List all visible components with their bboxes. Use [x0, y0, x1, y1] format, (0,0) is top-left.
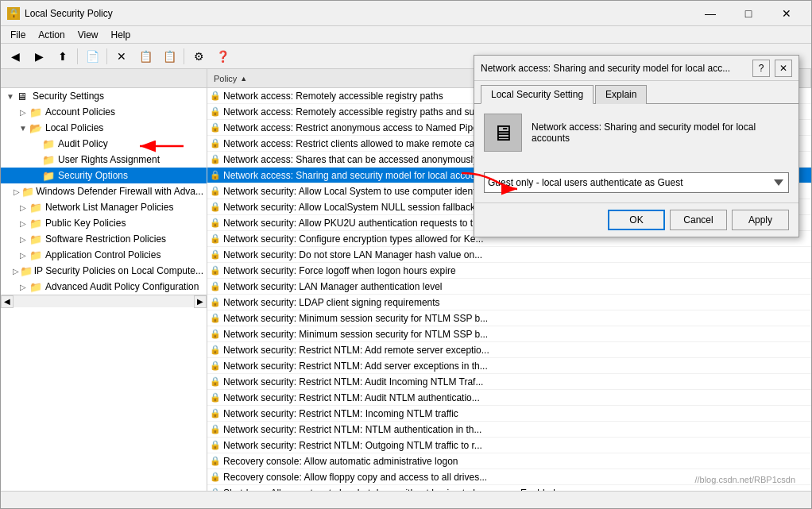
main-window: 🔒 Local Security Policy — □ ✕ File Actio… [0, 0, 812, 509]
tree-node-windows-defender[interactable]: ▷📁Windows Defender Firewall with Adva... [1, 183, 207, 199]
show-hide-button[interactable]: 📄 [81, 46, 103, 67]
list-row-icon: 🔒 [207, 91, 223, 101]
tree-node-account-policies[interactable]: ▷📁Account Policies [1, 104, 207, 120]
close-button[interactable]: ✕ [768, 1, 805, 26]
list-row-icon: 🔒 [207, 233, 223, 244]
list-row-icon: 🔒 [207, 122, 223, 133]
tree-expander-network-list[interactable]: ▷ [17, 203, 29, 212]
scroll-right-btn[interactable]: ▶ [194, 295, 207, 308]
dialog: Network access: Sharing and security mod… [474, 55, 799, 237]
dialog-close-button[interactable]: ✕ [775, 60, 792, 77]
list-row[interactable]: 🔒Network security: Restrict NTLM: Add re… [207, 342, 811, 358]
tab-explain[interactable]: Explain [595, 85, 647, 104]
list-row[interactable]: 🔒Recovery console: Allow floppy copy and… [207, 469, 811, 485]
list-row[interactable]: 🔒Network security: Restrict NTLM: Audit … [207, 390, 811, 406]
forward-button[interactable]: ▶ [28, 46, 50, 67]
list-row-icon: 🔒 [207, 424, 223, 434]
scroll-left-btn[interactable]: ◀ [1, 295, 14, 308]
window-title: Local Security Policy [25, 8, 692, 19]
title-bar-buttons: — □ ✕ [692, 1, 805, 26]
tree-icon-software-restriction: 📁 [29, 233, 44, 245]
tree-node-security-settings[interactable]: ▼🖥Security Settings [1, 88, 207, 104]
tree-node-audit-policy[interactable]: 📁Audit Policy [1, 136, 207, 152]
list-row[interactable]: 🔒Network security: Restrict NTLM: Audit … [207, 374, 811, 390]
tree-node-public-key[interactable]: ▷📁Public Key Policies [1, 215, 207, 231]
cut-button[interactable]: ✕ [110, 46, 133, 67]
dialog-help-button[interactable]: ? [752, 60, 770, 77]
tree-expander-ip-security[interactable]: ▷ [11, 267, 20, 276]
tree-node-user-rights[interactable]: 📁User Rights Assignment [1, 152, 207, 168]
tree-expander-application-control[interactable]: ▷ [17, 251, 29, 260]
tree-icon-security-settings: 🖥 [17, 91, 31, 102]
list-row-policy: Network security: Force logoff when logo… [223, 265, 517, 276]
back-button[interactable]: ◀ [4, 46, 26, 67]
list-row[interactable]: 🔒Network security: Restrict NTLM: Outgoi… [207, 438, 811, 453]
list-row[interactable]: 🔒Network security: Restrict NTLM: Incomi… [207, 406, 811, 422]
tree-expander-public-key[interactable]: ▷ [17, 219, 29, 228]
tree-expander-local-policies[interactable]: ▼ [17, 124, 29, 133]
tree-label-local-policies: Local Policies [45, 122, 103, 133]
tree-node-application-control[interactable]: ▷📁Application Control Policies [1, 247, 207, 263]
list-row-policy: Network security: Restrict NTLM: Add rem… [223, 345, 517, 356]
list-row[interactable]: 🔒Recovery console: Allow automatic admin… [207, 453, 811, 469]
list-row[interactable]: 🔒Network security: Restrict NTLM: Add se… [207, 358, 811, 374]
paste-button[interactable]: 📋 [158, 46, 180, 67]
list-row-icon: 🔒 [207, 202, 223, 212]
menu-help[interactable]: Help [105, 28, 137, 42]
copy-button[interactable]: 📋 [134, 46, 157, 67]
tree-label-public-key: Public Key Policies [45, 218, 126, 229]
toolbar-sep-2 [106, 48, 107, 64]
maximize-button[interactable]: □ [730, 1, 767, 26]
tree-label-application-control: Application Control Policies [45, 249, 160, 260]
tree-node-network-list[interactable]: ▷📁Network List Manager Policies [1, 199, 207, 215]
app-icon: 🔒 [7, 7, 20, 20]
apply-button[interactable]: Apply [732, 210, 789, 230]
list-row[interactable]: 🔒Network security: Restrict NTLM: NTLM a… [207, 422, 811, 438]
tree-node-local-policies[interactable]: ▼📂Local Policies [1, 120, 207, 136]
menu-view[interactable]: View [72, 28, 105, 42]
tree-expander-windows-defender[interactable]: ▷ [13, 187, 22, 196]
list-row-icon: 🔒 [207, 138, 223, 148]
list-row[interactable]: 🔒Network security: Minimum session secur… [207, 326, 811, 342]
properties-button[interactable]: ⚙ [188, 46, 210, 67]
list-row-icon: 🔒 [207, 313, 223, 323]
list-row-icon: 🔒 [207, 154, 223, 164]
list-row-policy: Network security: Restrict NTLM: Audit I… [223, 376, 517, 388]
list-row[interactable]: 🔒Network security: Do not store LAN Mana… [207, 247, 811, 263]
list-row-policy: Network security: Restrict NTLM: Audit N… [223, 392, 517, 403]
tab-local-security-setting[interactable]: Local Security Setting [481, 85, 594, 104]
tree-node-security-options[interactable]: 📁Security Options [1, 168, 207, 183]
list-row[interactable]: 🔒Network security: Force logoff when log… [207, 263, 811, 279]
list-row-policy: Network security: Restrict NTLM: Outgoin… [223, 440, 517, 451]
menu-file[interactable]: File [4, 28, 32, 42]
up-button[interactable]: ⬆ [52, 46, 74, 67]
dialog-dropdown[interactable]: Classic - local users authenticate as th… [484, 172, 789, 193]
tree-expander-software-restriction[interactable]: ▷ [17, 235, 29, 244]
list-row-policy: Network security: Do not store LAN Manag… [223, 249, 517, 260]
tree-expander-security-settings[interactable]: ▼ [4, 92, 17, 101]
minimize-button[interactable]: — [692, 1, 729, 26]
list-row-policy: Network security: Minimum session securi… [223, 313, 517, 324]
tree-label-advanced-audit: Advanced Audit Policy Configuration [45, 281, 199, 292]
tree-node-ip-security[interactable]: ▷📁IP Security Policies on Local Compute.… [1, 263, 207, 279]
tree-node-advanced-audit[interactable]: ▷📁Advanced Audit Policy Configuration [1, 279, 207, 295]
dialog-buttons: OK Cancel Apply [474, 202, 798, 237]
menu-action[interactable]: Action [32, 28, 71, 42]
list-row[interactable]: 🔒Network security: LAN Manager authentic… [207, 279, 811, 295]
dialog-title-text: Network access: Sharing and security mod… [481, 63, 749, 74]
list-row-icon: 🔒 [207, 249, 223, 260]
cancel-button[interactable]: Cancel [670, 210, 727, 230]
dialog-title-bar: Network access: Sharing and security mod… [474, 56, 798, 81]
list-row-policy: Network security: LAN Manager authentica… [223, 281, 517, 292]
tree-expander-advanced-audit[interactable]: ▷ [17, 283, 29, 291]
help-button[interactable]: ❓ [211, 46, 234, 67]
tree-expander-account-policies[interactable]: ▷ [17, 108, 29, 117]
list-row-policy: Network security: Restrict NTLM: Add ser… [223, 361, 517, 372]
list-row[interactable]: 🔒Network security: Minimum session secur… [207, 310, 811, 326]
list-row[interactable]: 🔒Network security: LDAP client signing r… [207, 295, 811, 310]
toolbar-sep-3 [184, 48, 184, 64]
list-row[interactable]: 🔒Shutdown: Allow system to be shut down … [207, 485, 811, 491]
ok-button[interactable]: OK [608, 210, 665, 230]
tree-label-account-policies: Account Policies [45, 106, 115, 118]
tree-node-software-restriction[interactable]: ▷📁Software Restriction Policies [1, 231, 207, 247]
